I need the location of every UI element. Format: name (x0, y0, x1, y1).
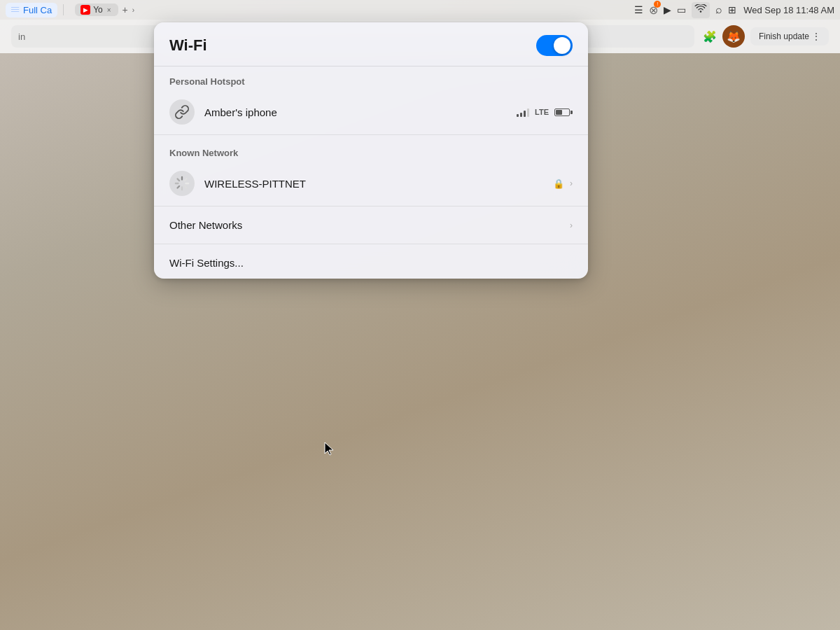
hotspot-divider (154, 134, 588, 135)
known-network-label: Known Network (154, 138, 588, 164)
wifi-toggle[interactable] (536, 35, 573, 56)
toggle-knob (554, 37, 570, 54)
address-text: in (18, 31, 25, 42)
known-network-name: WIRELESS-PITTNET (204, 178, 553, 190)
wifi-menubar-icon[interactable] (692, 2, 710, 18)
personal-hotspot-label: Personal Hotspot (154, 66, 588, 92)
finish-update-label: Finish update (759, 31, 809, 41)
desktop: 𝄘 Full Ca ▶ Yo × + › ☰ ⊗ (0, 0, 840, 630)
other-networks-divider (154, 244, 588, 244)
known-network-meta: 🔒 (553, 178, 564, 189)
menubar-right: ☰ ⊗ ! ▶ ▭ (634, 2, 834, 18)
hotspot-network-name: Amber's iphone (204, 106, 517, 118)
system-icons: ☰ ⊗ ! ▶ ▭ (634, 2, 736, 18)
app-tab-icon: 𝄘 (11, 4, 19, 16)
tab-divider (63, 4, 64, 15)
profile-avatar[interactable]: 🦊 (722, 25, 745, 48)
menubar: 𝄘 Full Ca ▶ Yo × + › ☰ ⊗ (0, 0, 840, 20)
battery-body (554, 108, 570, 116)
svg-line-6 (178, 186, 180, 188)
app-tab-full-capture[interactable]: 𝄘 Full Ca (6, 3, 57, 18)
wifi-panel: Wi-Fi Personal Hotspot Amber's iphone (154, 22, 588, 279)
loading-icon (169, 171, 195, 196)
other-networks-chevron: › (570, 220, 573, 230)
battery-tip (570, 111, 573, 114)
battery-icon[interactable]: ▭ (677, 4, 686, 15)
known-network-item[interactable]: WIRELESS-PITTNET 🔒 › (154, 164, 588, 203)
warning-icon[interactable]: ⊗ ! (649, 4, 658, 17)
app-tab-label: Full Ca (23, 5, 52, 15)
signal-bar-1 (517, 114, 519, 117)
hotspot-network-item[interactable]: Amber's iphone LTE (154, 92, 588, 132)
extensions-icon[interactable]: 🧩 (703, 30, 717, 43)
other-networks-label: Other Networks (169, 219, 564, 231)
svg-line-7 (185, 179, 187, 181)
menubar-left: 𝄘 Full Ca ▶ Yo × + › (6, 3, 134, 18)
known-network-chevron: › (570, 178, 573, 188)
search-icon[interactable]: ⌕ (715, 4, 722, 16)
svg-line-2 (178, 179, 180, 181)
signal-strength (517, 107, 529, 117)
wifi-header: Wi-Fi (154, 22, 588, 66)
other-networks-item[interactable]: Other Networks › (154, 209, 588, 241)
battery-fill (556, 110, 562, 115)
play-icon[interactable]: ▶ (664, 4, 671, 15)
svg-line-3 (185, 186, 187, 188)
finish-update-button[interactable]: Finish update ⋮ (750, 27, 829, 46)
hotspot-meta: LTE (517, 107, 573, 117)
browser-tabs: ▶ Yo × + › (75, 4, 134, 16)
wifi-settings-label: Wi-Fi Settings... (169, 257, 244, 269)
tab-close-button[interactable]: × (106, 6, 113, 14)
wifi-settings-item[interactable]: Wi-Fi Settings... (154, 247, 588, 279)
youtube-icon: ▶ (80, 5, 90, 15)
battery-level-icon (554, 108, 573, 116)
lock-icon: 🔒 (553, 178, 564, 189)
youtube-tab[interactable]: ▶ Yo × (75, 4, 118, 16)
hotspot-icon (169, 99, 195, 125)
known-network-divider (154, 206, 588, 206)
finish-update-menu-icon: ⋮ (812, 31, 820, 41)
tab-add-button[interactable]: + (120, 4, 131, 15)
signal-bar-3 (524, 111, 526, 117)
wifi-panel-title: Wi-Fi (169, 36, 207, 55)
signal-bar-4 (527, 108, 529, 117)
profile-area: 🧩 🦊 Finish update ⋮ (703, 25, 829, 48)
tab-overflow-button[interactable]: › (132, 6, 134, 14)
signal-bar-2 (520, 113, 522, 117)
clock: Wed Sep 18 11:48 AM (743, 5, 834, 15)
menu-icon[interactable]: ☰ (634, 4, 643, 15)
grid-icon[interactable]: ⊞ (728, 4, 736, 15)
youtube-tab-label: Yo (93, 5, 103, 15)
lte-badge: LTE (535, 108, 549, 116)
